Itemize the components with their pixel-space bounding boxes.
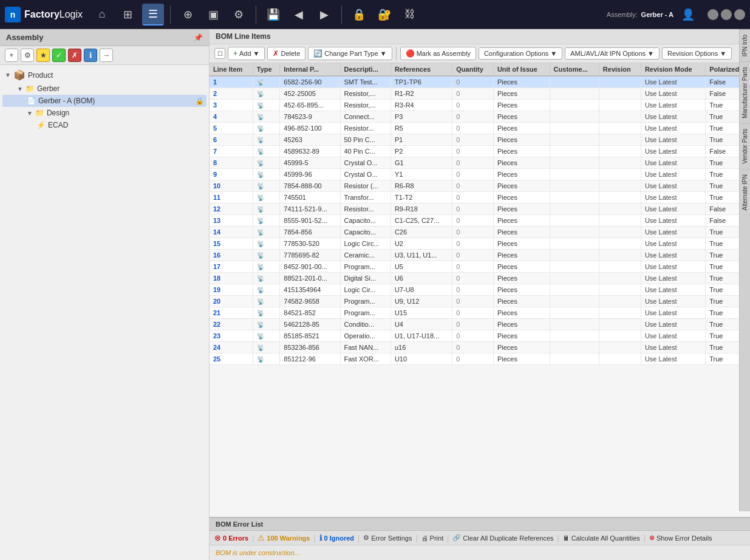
cell-desc-1: Resistor,... xyxy=(340,88,390,100)
sidebar-configure-button[interactable]: ⚙ xyxy=(21,49,34,62)
app-name: FactoryLogix xyxy=(24,9,83,20)
sidebar-yellow-button[interactable]: ★ xyxy=(36,49,50,62)
save-nav-button[interactable]: 💾 xyxy=(262,4,284,26)
sidebar-nav-button[interactable]: → xyxy=(100,49,113,62)
table-row[interactable]: 21 📡 84521-852 Program... U15 0 Pieces U… xyxy=(210,307,750,319)
globe-nav-button[interactable]: ⊕ xyxy=(177,4,199,26)
table-row[interactable]: 16 📡 7785695-82 Ceramic... U3, U11, U1..… xyxy=(210,250,750,261)
table-row[interactable]: 18 📡 88521-201-0... Digital Si... U6 0 P… xyxy=(210,273,750,284)
cell-refs-1: R1-R2 xyxy=(390,88,452,100)
nav-separator-3 xyxy=(341,5,342,24)
warnings-count: 100 Warnings xyxy=(267,534,310,542)
cell-internal-13: 7854-856 xyxy=(280,227,340,238)
tab-vendor-parts[interactable]: Vendor Parts xyxy=(740,123,750,169)
sidebar-blue-button[interactable]: ℹ xyxy=(84,49,97,62)
sidebar-add-button[interactable]: + xyxy=(5,49,18,62)
table-row[interactable]: 8 📡 45999-5 Crystal O... G1 0 Pieces Use… xyxy=(210,157,750,169)
col-description[interactable]: Descripti... xyxy=(340,63,390,76)
change-part-button[interactable]: 🔄 Change Part Type ▼ xyxy=(308,47,392,60)
tab-alternate-ipn[interactable]: Alternate IPN xyxy=(740,169,750,215)
clear-duplicates-link[interactable]: 🔗 Clear All Duplicate References xyxy=(452,534,553,542)
tree-item-gerber[interactable]: ▼ 📁 Gerber xyxy=(2,83,206,95)
table-row[interactable]: 3 📡 452-65-895... Resistor,... R3-R4 0 P… xyxy=(210,100,750,111)
table-row[interactable]: 2 📡 452-25005 Resistor,... R1-R2 0 Piece… xyxy=(210,88,750,100)
tree-item-ecad[interactable]: ⚡ ECAD xyxy=(2,119,206,131)
col-internal-p[interactable]: Internal P... xyxy=(280,63,340,76)
tab-ipn-info[interactable]: IPN Info xyxy=(740,29,750,61)
bom-nav-button[interactable]: ☰ xyxy=(142,4,164,26)
table-row[interactable]: 23 📡 85185-8521 Operatio... U1, U17-U18.… xyxy=(210,330,750,342)
forward-nav-button[interactable]: ▶ xyxy=(313,4,335,26)
error-settings-link[interactable]: ⚙ Error Settings xyxy=(363,534,412,542)
print-link[interactable]: 🖨 Print xyxy=(421,534,444,542)
col-revision[interactable]: Revision xyxy=(599,63,641,76)
col-unit[interactable]: Unit of Issue xyxy=(493,63,550,76)
network-nav-button[interactable]: ⛓ xyxy=(399,4,421,26)
table-row[interactable]: 6 📡 45263 50 Pin C... P1 0 Pieces Use La… xyxy=(210,134,750,146)
cell-line-11: 12 xyxy=(210,203,253,215)
lock1-nav-button[interactable]: 🔒 xyxy=(348,4,370,26)
table-row[interactable]: 9 📡 45999-96 Crystal O... Y1 0 Pieces Us… xyxy=(210,169,750,180)
col-references[interactable]: References xyxy=(390,63,452,76)
user-nav-button[interactable]: 👤 xyxy=(677,4,699,26)
cell-desc-23: Fast NAN... xyxy=(340,342,390,353)
back-nav-button[interactable]: ◀ xyxy=(288,4,310,26)
cell-type-13: 📡 xyxy=(253,227,279,238)
bom-table-wrapper[interactable]: Line Item Type Internal P... Descripti..… xyxy=(210,63,750,517)
col-line-item[interactable]: Line Item xyxy=(210,63,253,76)
cell-line-4: 5 xyxy=(210,123,253,134)
table-row[interactable]: 4 📡 784523-9 Connect... P3 0 Pieces Use … xyxy=(210,111,750,123)
table-row[interactable]: 24 📡 853236-856 Fast NAN... u16 0 Pieces… xyxy=(210,342,750,353)
sidebar-green-button[interactable]: ✓ xyxy=(52,49,66,62)
bom-error-message: BOM is under construction... xyxy=(210,545,750,560)
aml-button[interactable]: AML/AVL/Alt IPN Options ▼ xyxy=(565,47,660,60)
show-error-details-link[interactable]: ⊗ Show Error Details xyxy=(649,534,712,542)
table-row[interactable]: 13 📡 8555-901-52... Capacito... C1-C25, … xyxy=(210,215,750,227)
cell-line-15: 16 xyxy=(210,250,253,261)
mark-assembly-button[interactable]: 🔴 Mark as Assembly xyxy=(400,47,476,60)
maximize-button[interactable] xyxy=(721,9,732,20)
delete-button[interactable]: ✗ Delete xyxy=(267,47,305,60)
table-row[interactable]: 12 📡 74111-521-9... Resistor... R9-R18 0… xyxy=(210,203,750,215)
table-row[interactable]: 14 📡 7854-856 Capacito... C26 0 Pieces U… xyxy=(210,227,750,238)
close-button[interactable] xyxy=(734,9,745,20)
table-row[interactable]: 7 📡 4589632-89 40 Pin C... P2 0 Pieces U… xyxy=(210,146,750,157)
grid-nav-button[interactable]: ⊞ xyxy=(117,4,138,26)
sidebar-red-button[interactable]: ✗ xyxy=(68,49,81,62)
col-revision-mode[interactable]: Revision Mode xyxy=(641,63,705,76)
calculate-link[interactable]: 🖩 Calculate All Quantities xyxy=(563,534,640,542)
table-row[interactable]: 17 📡 8452-901-00... Program... U5 0 Piec… xyxy=(210,261,750,273)
add-button[interactable]: + Add ▼ xyxy=(228,47,265,60)
table-row[interactable]: 19 📡 4151354964 Logic Cir... U7-U8 0 Pie… xyxy=(210,284,750,296)
cell-type-22: 📡 xyxy=(253,330,279,342)
table-row[interactable]: 11 📡 745501 Transfor... T1-T2 0 Pieces U… xyxy=(210,192,750,203)
tree-item-gerber-bom[interactable]: 📄 Gerber - A (BOM) 🔒 xyxy=(2,95,206,107)
table-row[interactable]: 20 📡 74582-9658 Program... U9, U12 0 Pie… xyxy=(210,296,750,307)
table-row[interactable]: 22 📡 5462128-85 Conditio... U4 0 Pieces … xyxy=(210,319,750,330)
tree-lock-icon: 🔒 xyxy=(196,97,204,105)
home-nav-button[interactable]: ⌂ xyxy=(91,4,113,26)
settings-nav-button[interactable]: ⚙ xyxy=(228,4,250,26)
monitor-nav-button[interactable]: ▣ xyxy=(202,4,224,26)
tree-item-design[interactable]: ▼ 📁 Design xyxy=(2,107,206,119)
table-row[interactable]: 25 📡 851212-96 Fast XOR... U10 0 Pieces … xyxy=(210,353,750,365)
cell-customer-20 xyxy=(550,307,599,319)
col-customer[interactable]: Custome... xyxy=(550,63,599,76)
cell-rev-mode-4: Use Latest xyxy=(641,123,705,134)
cell-line-6: 7 xyxy=(210,146,253,157)
revision-button[interactable]: Revision Options ▼ xyxy=(662,47,732,60)
tab-manufacturer-parts[interactable]: Manufacturer Parts xyxy=(740,61,750,123)
nav-separator-2 xyxy=(256,5,256,24)
bom-checkbox[interactable]: ☐ xyxy=(214,48,225,59)
table-row[interactable]: 10 📡 7854-888-00 Resistor (... R6-R8 0 P… xyxy=(210,180,750,192)
lock2-nav-button[interactable]: 🔐 xyxy=(373,4,395,26)
table-row[interactable]: 5 📡 496-852-100 Resistor... R5 0 Pieces … xyxy=(210,123,750,134)
table-row[interactable]: 1 📡 6582-256-90 SMT Test... TP1-TP6 0 Pi… xyxy=(210,76,750,88)
table-row[interactable]: 15 📡 778530-520 Logic Circ... U2 0 Piece… xyxy=(210,238,750,250)
minimize-button[interactable] xyxy=(707,9,718,20)
config-options-button[interactable]: Configuration Options ▼ xyxy=(479,47,562,60)
col-type[interactable]: Type xyxy=(253,63,279,76)
col-quantity[interactable]: Quantity xyxy=(452,63,494,76)
cell-internal-3: 784523-9 xyxy=(280,111,340,123)
tree-item-product[interactable]: ▼ 📦 Product xyxy=(2,67,206,83)
